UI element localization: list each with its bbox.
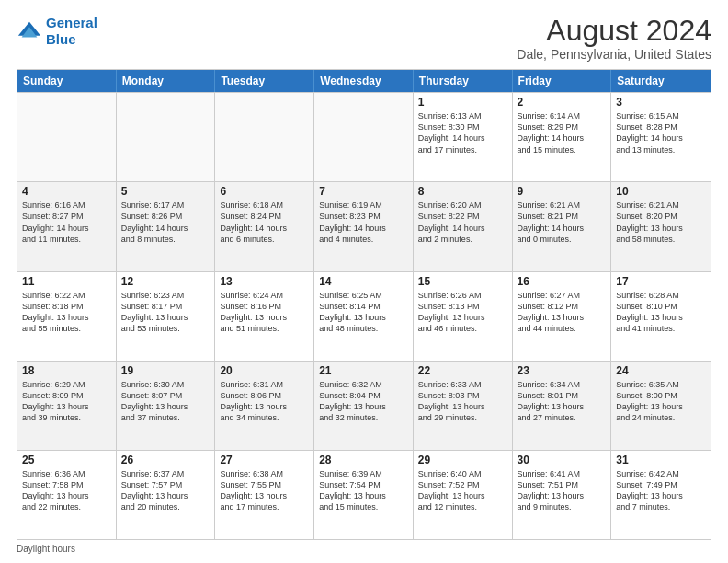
calendar-cell: 25Sunrise: 6:36 AM Sunset: 7:58 PM Dayli… — [17, 451, 117, 539]
day-number: 10 — [616, 185, 706, 198]
calendar-cell: 27Sunrise: 6:38 AM Sunset: 7:55 PM Dayli… — [215, 451, 314, 539]
cell-content: Sunrise: 6:33 AM Sunset: 8:03 PM Dayligh… — [418, 379, 507, 424]
day-number: 7 — [319, 185, 408, 198]
day-number: 9 — [518, 185, 607, 198]
day-number: 8 — [418, 185, 507, 198]
calendar-cell — [314, 93, 414, 181]
calendar: SundayMondayTuesdayWednesdayThursdayFrid… — [17, 69, 711, 540]
day-number: 3 — [616, 96, 706, 109]
day-number: 21 — [319, 364, 408, 377]
header-day-monday: Monday — [117, 70, 216, 92]
calendar-cell: 19Sunrise: 6:30 AM Sunset: 8:07 PM Dayli… — [117, 362, 216, 450]
calendar-cell: 26Sunrise: 6:37 AM Sunset: 7:57 PM Dayli… — [117, 451, 216, 539]
day-number: 14 — [319, 275, 408, 288]
calendar-cell: 28Sunrise: 6:39 AM Sunset: 7:54 PM Dayli… — [314, 451, 414, 539]
calendar-cell: 13Sunrise: 6:24 AM Sunset: 8:16 PM Dayli… — [215, 272, 314, 361]
cell-content: Sunrise: 6:39 AM Sunset: 7:54 PM Dayligh… — [319, 468, 408, 513]
cell-content: Sunrise: 6:29 AM Sunset: 8:09 PM Dayligh… — [22, 379, 111, 424]
calendar-cell — [215, 93, 314, 181]
calendar-cell: 9Sunrise: 6:21 AM Sunset: 8:21 PM Daylig… — [513, 182, 612, 270]
calendar-cell: 10Sunrise: 6:21 AM Sunset: 8:20 PM Dayli… — [611, 182, 711, 270]
calendar-cell: 2Sunrise: 6:14 AM Sunset: 8:29 PM Daylig… — [513, 93, 612, 181]
day-number: 18 — [22, 364, 111, 377]
day-number: 25 — [22, 454, 111, 466]
day-number: 15 — [418, 275, 507, 288]
cell-content: Sunrise: 6:40 AM Sunset: 7:52 PM Dayligh… — [418, 468, 507, 513]
calendar-cell: 18Sunrise: 6:29 AM Sunset: 8:09 PM Dayli… — [17, 362, 117, 450]
cell-content: Sunrise: 6:30 AM Sunset: 8:07 PM Dayligh… — [121, 379, 210, 424]
calendar-cell: 21Sunrise: 6:32 AM Sunset: 8:04 PM Dayli… — [314, 362, 414, 450]
calendar-cell: 16Sunrise: 6:27 AM Sunset: 8:12 PM Dayli… — [513, 272, 612, 361]
day-number: 12 — [121, 275, 210, 288]
calendar-cell: 15Sunrise: 6:26 AM Sunset: 8:13 PM Dayli… — [414, 272, 513, 361]
day-number: 6 — [220, 185, 309, 198]
header-day-wednesday: Wednesday — [314, 70, 414, 92]
day-number: 27 — [220, 454, 309, 466]
calendar-row-3: 11Sunrise: 6:22 AM Sunset: 8:18 PM Dayli… — [17, 271, 711, 361]
cell-content: Sunrise: 6:35 AM Sunset: 8:00 PM Dayligh… — [616, 379, 706, 424]
day-number: 11 — [22, 275, 111, 288]
day-number: 24 — [616, 364, 706, 377]
calendar-cell: 17Sunrise: 6:28 AM Sunset: 8:10 PM Dayli… — [611, 272, 711, 361]
day-number: 20 — [220, 364, 309, 377]
day-number: 17 — [616, 275, 706, 288]
cell-content: Sunrise: 6:25 AM Sunset: 8:14 PM Dayligh… — [319, 290, 408, 335]
calendar-cell: 24Sunrise: 6:35 AM Sunset: 8:00 PM Dayli… — [611, 362, 711, 450]
cell-content: Sunrise: 6:37 AM Sunset: 7:57 PM Dayligh… — [121, 468, 210, 513]
logo: General Blue — [17, 15, 97, 48]
calendar-cell: 7Sunrise: 6:19 AM Sunset: 8:23 PM Daylig… — [314, 182, 414, 270]
calendar-cell: 14Sunrise: 6:25 AM Sunset: 8:14 PM Dayli… — [314, 272, 414, 361]
cell-content: Sunrise: 6:13 AM Sunset: 8:30 PM Dayligh… — [418, 110, 507, 155]
logo-text: General Blue — [46, 15, 97, 48]
page: General Blue August 2024 Dale, Pennsylva… — [0, 0, 728, 563]
cell-content: Sunrise: 6:34 AM Sunset: 8:01 PM Dayligh… — [518, 379, 607, 424]
header-day-thursday: Thursday — [414, 70, 513, 92]
title-block: August 2024 Dale, Pennsylvania, United S… — [517, 15, 711, 62]
cell-content: Sunrise: 6:38 AM Sunset: 7:55 PM Dayligh… — [220, 468, 309, 513]
calendar-row-4: 18Sunrise: 6:29 AM Sunset: 8:09 PM Dayli… — [17, 361, 711, 450]
day-number: 16 — [518, 275, 607, 288]
day-number: 13 — [220, 275, 309, 288]
day-number: 22 — [418, 364, 507, 377]
header-day-friday: Friday — [513, 70, 612, 92]
day-number: 29 — [418, 454, 507, 466]
cell-content: Sunrise: 6:17 AM Sunset: 8:26 PM Dayligh… — [121, 200, 210, 245]
calendar-cell: 30Sunrise: 6:41 AM Sunset: 7:51 PM Dayli… — [513, 451, 612, 539]
calendar-cell: 5Sunrise: 6:17 AM Sunset: 8:26 PM Daylig… — [117, 182, 216, 270]
cell-content: Sunrise: 6:41 AM Sunset: 7:51 PM Dayligh… — [518, 468, 607, 513]
cell-content: Sunrise: 6:15 AM Sunset: 8:28 PM Dayligh… — [616, 110, 706, 155]
logo-icon — [17, 18, 42, 44]
cell-content: Sunrise: 6:19 AM Sunset: 8:23 PM Dayligh… — [319, 200, 408, 245]
calendar-cell: 29Sunrise: 6:40 AM Sunset: 7:52 PM Dayli… — [414, 451, 513, 539]
header: General Blue August 2024 Dale, Pennsylva… — [17, 15, 711, 62]
calendar-cell: 6Sunrise: 6:18 AM Sunset: 8:24 PM Daylig… — [215, 182, 314, 270]
calendar-cell: 4Sunrise: 6:16 AM Sunset: 8:27 PM Daylig… — [17, 182, 117, 270]
day-number: 1 — [418, 96, 507, 109]
calendar-body: 1Sunrise: 6:13 AM Sunset: 8:30 PM Daylig… — [17, 92, 711, 539]
calendar-cell: 11Sunrise: 6:22 AM Sunset: 8:18 PM Dayli… — [17, 272, 117, 361]
day-number: 2 — [518, 96, 607, 109]
day-number: 30 — [518, 454, 607, 466]
calendar-header: SundayMondayTuesdayWednesdayThursdayFrid… — [17, 70, 711, 92]
cell-content: Sunrise: 6:42 AM Sunset: 7:49 PM Dayligh… — [616, 468, 706, 513]
cell-content: Sunrise: 6:18 AM Sunset: 8:24 PM Dayligh… — [220, 200, 309, 245]
day-number: 4 — [22, 185, 111, 198]
cell-content: Sunrise: 6:28 AM Sunset: 8:10 PM Dayligh… — [616, 290, 706, 335]
header-day-saturday: Saturday — [611, 70, 711, 92]
cell-content: Sunrise: 6:20 AM Sunset: 8:22 PM Dayligh… — [418, 200, 507, 245]
calendar-row-2: 4Sunrise: 6:16 AM Sunset: 8:27 PM Daylig… — [17, 181, 711, 270]
calendar-cell: 31Sunrise: 6:42 AM Sunset: 7:49 PM Dayli… — [611, 451, 711, 539]
calendar-cell: 23Sunrise: 6:34 AM Sunset: 8:01 PM Dayli… — [513, 362, 612, 450]
day-number: 23 — [518, 364, 607, 377]
calendar-row-1: 1Sunrise: 6:13 AM Sunset: 8:30 PM Daylig… — [17, 92, 711, 181]
main-title: August 2024 — [517, 15, 711, 47]
header-day-tuesday: Tuesday — [215, 70, 314, 92]
calendar-cell: 22Sunrise: 6:33 AM Sunset: 8:03 PM Dayli… — [414, 362, 513, 450]
calendar-cell — [117, 93, 216, 181]
cell-content: Sunrise: 6:27 AM Sunset: 8:12 PM Dayligh… — [518, 290, 607, 335]
cell-content: Sunrise: 6:23 AM Sunset: 8:17 PM Dayligh… — [121, 290, 210, 335]
header-day-sunday: Sunday — [17, 70, 117, 92]
calendar-cell — [17, 93, 117, 181]
day-number: 31 — [616, 454, 706, 466]
subtitle: Dale, Pennsylvania, United States — [517, 47, 711, 62]
